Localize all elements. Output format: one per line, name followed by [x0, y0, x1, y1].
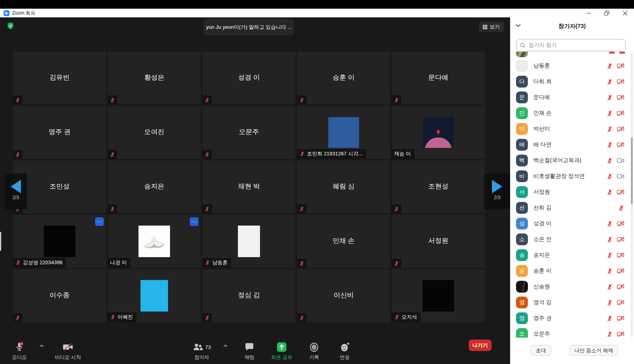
video-tile[interactable]: 이혜진	[108, 269, 201, 322]
video-tile[interactable]: 남동훈	[202, 215, 295, 268]
unmute-all-button[interactable]: 나만 음소거 해제	[569, 345, 618, 356]
video-tile[interactable]: 서정원	[392, 215, 485, 268]
record-button[interactable]: 기록	[305, 342, 323, 361]
participant-row[interactable]: 신승원	[510, 279, 634, 295]
video-tile[interactable]: 이수종	[13, 269, 106, 322]
participant-row[interactable]: 문문다예	[510, 90, 634, 105]
search-input[interactable]	[528, 42, 622, 49]
participant-row[interactable]: 선선희 김	[510, 200, 634, 216]
previous-page-button[interactable]: 2/3	[5, 174, 27, 209]
participants-options-chevron[interactable]	[223, 344, 228, 347]
mic-muted-chip	[202, 313, 212, 322]
video-grid: 김유빈 황성은 성경 이 승훈 이 문다예 영주 권 오여진 오문주	[13, 52, 485, 322]
clipped-participant-row[interactable]	[516, 52, 628, 58]
participant-row[interactable]: 민민채 손	[510, 105, 634, 121]
video-tile[interactable]: 승훈 이	[297, 52, 390, 105]
participant-name: 오여진	[108, 127, 201, 136]
mic-muted-icon	[110, 97, 115, 103]
participant-name: 영석 김	[533, 299, 601, 306]
camera-off-icon	[617, 220, 625, 227]
mic-muted-chip	[13, 95, 22, 105]
panel-handle[interactable]	[0, 232, 1, 251]
participant-name: 승훈 이	[297, 73, 390, 82]
avatar: 비	[516, 170, 528, 182]
video-tile[interactable]: 문다예	[392, 52, 485, 105]
mic-muted-icon	[606, 94, 613, 101]
avatar-image	[238, 226, 260, 257]
participant-row[interactable]: 성성경 이	[510, 216, 634, 231]
video-tile[interactable]: 송지은	[108, 161, 201, 213]
more-icon[interactable]: ...	[190, 217, 198, 226]
participant-name: 채현 박	[202, 182, 295, 191]
participant-name: 남동훈	[533, 62, 601, 69]
video-tile[interactable]: 김유빈	[13, 52, 106, 105]
restore-button[interactable]	[598, 9, 616, 17]
mic-muted-icon	[606, 173, 613, 180]
video-tile[interactable]: 황성은	[108, 52, 201, 105]
camera-off-icon	[617, 284, 625, 290]
next-page-button[interactable]: 2/3	[484, 174, 510, 209]
video-tile[interactable]: 성경 이	[202, 52, 295, 105]
participant-row[interactable]: 서서정원	[510, 184, 634, 200]
name-label: 제승 이	[392, 149, 415, 159]
share-screen-button[interactable]: 화면 공유	[271, 342, 292, 361]
mic-muted-icon	[606, 110, 613, 117]
more-icon[interactable]: ...	[95, 217, 104, 226]
camera-off-icon	[617, 236, 625, 243]
video-tile[interactable]: 오여진	[108, 106, 201, 159]
start-video-button[interactable]: 비디오 시작	[55, 342, 81, 361]
participant-row[interactable]: 배배 다연	[510, 137, 634, 153]
mic-muted-icon	[606, 236, 613, 243]
chat-button[interactable]: 채팅	[240, 342, 258, 361]
collapse-panel-chevron[interactable]	[516, 24, 521, 27]
view-button[interactable]: 보기	[479, 22, 504, 32]
video-tile[interactable]: 오문주	[202, 106, 295, 159]
close-button[interactable]	[616, 9, 634, 17]
participants-count: 73	[205, 344, 211, 350]
video-tile[interactable]: 김성영 22034396...	[13, 215, 106, 268]
video-tile[interactable]: 혜림 심	[297, 161, 390, 213]
audio-options-chevron[interactable]	[39, 344, 44, 347]
camera-off-icon	[617, 252, 625, 258]
video-tile[interactable]: 나경 이...	[108, 215, 201, 268]
video-tile[interactable]: 오지석	[392, 269, 485, 322]
minimize-button[interactable]	[580, 9, 598, 17]
participant-row[interactable]: 오오문주	[510, 326, 634, 338]
participants-button[interactable]: 73 참가자	[193, 342, 211, 361]
camera-on-icon	[617, 173, 625, 179]
scrollbar-thumb[interactable]	[631, 137, 633, 204]
video-tile[interactable]: 정심 김	[202, 269, 295, 322]
name-label: 김성영 22034396	[13, 258, 66, 268]
video-tile[interactable]: 이신비	[297, 269, 390, 322]
mic-muted-icon	[15, 152, 21, 157]
participant-row[interactable]: 영영주 권	[510, 310, 634, 326]
mic-muted-icon	[299, 261, 305, 266]
video-tile[interactable]: 민채 손	[297, 215, 390, 268]
audio-button[interactable]: ! 오디오	[10, 342, 28, 361]
participant-row[interactable]: 박박선미	[510, 121, 634, 137]
participant-row[interactable]: 영영석 김	[510, 295, 634, 310]
mic-muted-icon	[606, 189, 613, 196]
avatar: 민	[516, 107, 528, 119]
participant-row[interactable]: 비비호생활관장 정석연	[510, 168, 634, 184]
leave-button[interactable]: 나가기	[469, 340, 492, 351]
video-tile[interactable]: 조민희 21931267 시각...	[297, 106, 390, 159]
video-tile[interactable]: 제승 이	[392, 106, 485, 159]
participant-row[interactable]: 송송지은	[510, 247, 634, 263]
avatar-image	[423, 280, 454, 312]
invite-button[interactable]: 초대	[531, 345, 551, 356]
participant-row[interactable]: 다다희 최	[510, 74, 634, 90]
reactions-button[interactable]: 반응	[336, 342, 354, 361]
participant-name: 영주 권	[533, 315, 601, 322]
video-tile[interactable]: 영주 권	[13, 106, 106, 159]
participant-row[interactable]: 소소은 안	[510, 231, 634, 247]
video-tile[interactable]: 조민성	[13, 161, 106, 213]
participant-row[interactable]: 승승훈 이	[510, 263, 634, 279]
camera-off-icon	[617, 331, 625, 337]
participant-row[interactable]: 남동훈	[510, 58, 634, 74]
video-tile[interactable]: 조현성	[392, 161, 485, 213]
video-tile[interactable]: 채현 박	[202, 161, 295, 213]
mic-muted-icon	[205, 260, 210, 265]
participant-row[interactable]: 백백순철(국어교육과)	[510, 153, 634, 168]
security-shield-icon[interactable]	[7, 22, 14, 30]
